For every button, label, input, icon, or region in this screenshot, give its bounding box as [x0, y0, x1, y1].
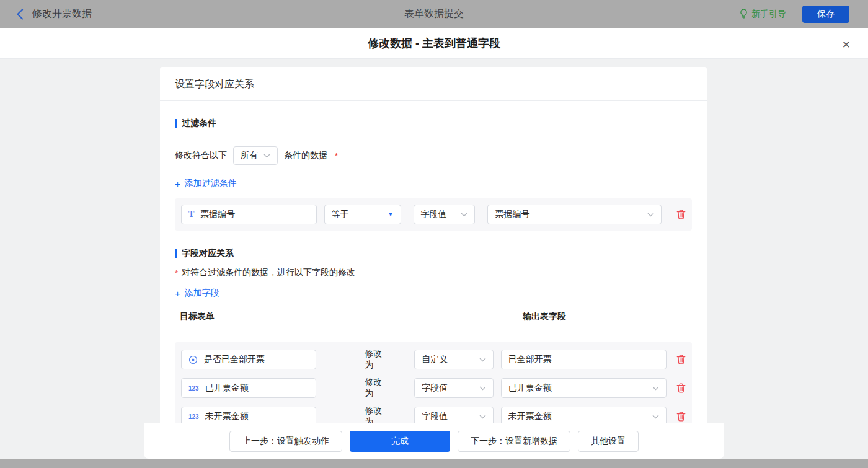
topbar: 修改开票数据 表单数据提交 新手引导 保存: [0, 0, 868, 28]
add-field-link[interactable]: + 添加字段: [175, 288, 219, 299]
modal-titlebar: 修改数据 - 主表到普通字段 ✕: [0, 28, 868, 59]
dimmed-backdrop-strip: [0, 459, 868, 468]
modal-footer: 上一步：设置触发动作 完成 下一步：设置新增数据 其他设置: [144, 423, 724, 459]
filter-operator-select[interactable]: 等于 ▼: [324, 205, 401, 224]
filter-valuetype-select[interactable]: 字段值: [414, 205, 476, 224]
chevron-down-icon: [652, 386, 659, 391]
trash-icon[interactable]: [676, 210, 686, 219]
next-step-button[interactable]: 下一步：设置新增数据: [458, 431, 570, 452]
mapping-section-title: 字段对应关系: [175, 248, 692, 259]
number-field-icon: 123: [188, 385, 199, 392]
guide-label: 新手引导: [751, 9, 786, 20]
guide-link[interactable]: 新手引导: [740, 9, 786, 20]
add-filter-condition-link[interactable]: + 添加过滤条件: [175, 178, 237, 189]
value-type-select[interactable]: 字段值: [414, 378, 494, 398]
chevron-down-icon: [479, 415, 486, 419]
mapping-rows-panel: 是否已全部开票 修改为 自定义 已全部开票: [175, 342, 692, 434]
mapping-description: * 对符合过滤条件的数据，进行以下字段的修改: [175, 267, 692, 278]
trash-icon[interactable]: [676, 355, 686, 364]
modal-title: 修改数据 - 主表到普通字段: [368, 36, 500, 51]
plus-icon: +: [175, 288, 180, 299]
verb-label: 修改为: [365, 348, 391, 371]
text-field-icon: T: [188, 210, 194, 219]
match-prefix-label: 修改符合以下: [175, 150, 227, 161]
caret-down-icon: ▼: [388, 211, 394, 218]
col-header-output-field: 输出表字段: [523, 311, 566, 322]
plus-icon: +: [175, 179, 180, 189]
column-headers: 目标表单 输出表字段: [175, 311, 692, 330]
filter-field-select[interactable]: T 票据编号: [181, 205, 317, 224]
chevron-down-icon: [479, 358, 486, 362]
col-header-target-form: 目标表单: [180, 311, 215, 321]
radio-field-icon: [188, 355, 198, 364]
card-header-title: 设置字段对应关系: [160, 67, 707, 101]
lightbulb-icon: [740, 9, 748, 19]
chevron-down-icon: [461, 213, 467, 217]
prev-step-button[interactable]: 上一步：设置触发动作: [229, 431, 342, 452]
filter-section-title: 过滤条件: [175, 118, 692, 129]
required-mark: *: [175, 268, 178, 278]
save-button[interactable]: 保存: [802, 6, 849, 23]
target-field-select[interactable]: 123 已开票金额: [181, 378, 316, 398]
section-bar: [175, 249, 177, 258]
number-field-icon: 123: [188, 413, 199, 420]
custom-value-input[interactable]: 已全部开票: [501, 350, 666, 369]
filter-condition-row: T 票据编号 等于 ▼ 字段值 票据编号: [175, 198, 692, 231]
filter-value-select[interactable]: 票据编号: [487, 205, 662, 224]
output-field-select[interactable]: 已开票金额: [501, 378, 666, 398]
done-button[interactable]: 完成: [350, 431, 450, 452]
verb-label: 修改为: [365, 377, 391, 399]
chevron-down-icon: [652, 415, 659, 419]
chevron-down-icon: [479, 386, 486, 391]
section-bar: [175, 119, 177, 128]
mapping-row: 123 已开票金额 修改为 字段值 已开票金额: [181, 377, 686, 399]
close-icon[interactable]: ✕: [839, 36, 853, 54]
mapping-row: 是否已全部开票 修改为 自定义 已全部开票: [181, 348, 686, 371]
page-title: 表单数据提交: [0, 7, 868, 20]
value-type-select[interactable]: 自定义: [414, 350, 494, 369]
chevron-down-icon: [264, 154, 270, 158]
trash-icon[interactable]: [676, 383, 686, 393]
modal-body: 设置字段对应关系 过滤条件 修改符合以下 所有 条件的数据 * + 添加过滤条件: [0, 60, 868, 459]
chevron-down-icon: [647, 213, 654, 217]
target-field-select[interactable]: 是否已全部开票: [181, 350, 316, 369]
settings-card: 设置字段对应关系 过滤条件 修改符合以下 所有 条件的数据 * + 添加过滤条件: [160, 67, 707, 423]
match-suffix-label: 条件的数据: [284, 150, 327, 161]
match-condition-row: 修改符合以下 所有 条件的数据 *: [175, 146, 692, 165]
trash-icon[interactable]: [676, 412, 686, 422]
required-mark: *: [335, 151, 338, 161]
match-mode-select[interactable]: 所有: [233, 146, 278, 165]
other-settings-button[interactable]: 其他设置: [578, 431, 639, 452]
